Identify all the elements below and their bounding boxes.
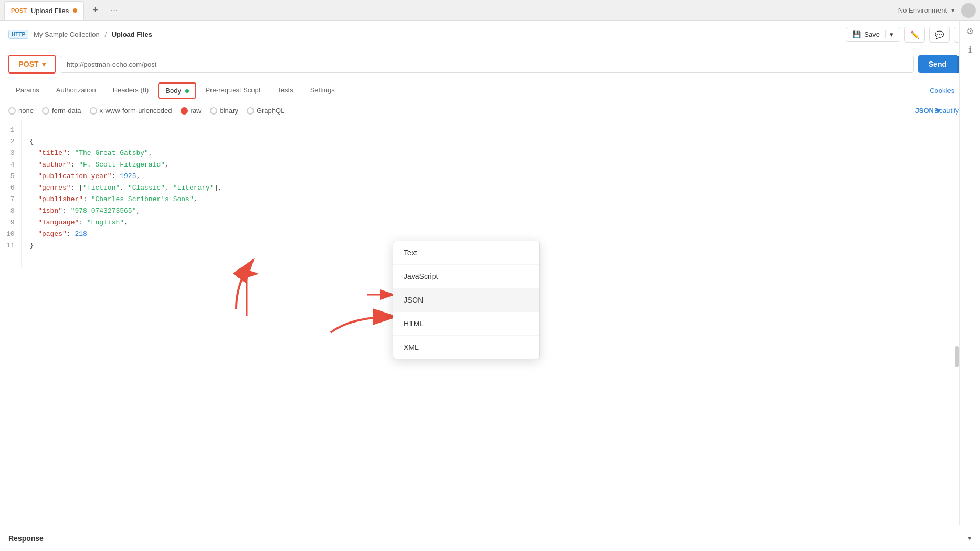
- body-active-dot: [185, 89, 189, 93]
- option-binary[interactable]: binary: [210, 107, 238, 115]
- method-button[interactable]: POST ▾: [8, 55, 56, 74]
- tab-actions: + ···: [88, 3, 122, 18]
- avatar[interactable]: [961, 3, 976, 18]
- cookies-link[interactable]: Cookies: [930, 87, 954, 95]
- scrollbar[interactable]: [955, 346, 959, 367]
- radio-none[interactable]: [8, 107, 16, 115]
- save-dropdown-chevron[interactable]: ▾: [885, 30, 893, 38]
- option-graphql[interactable]: GraphQL: [247, 107, 284, 115]
- environment-selector[interactable]: No Environment ▾: [898, 6, 955, 14]
- chevron-down-icon: ▾: [951, 6, 955, 14]
- option-binary-label: binary: [220, 107, 238, 115]
- save-button[interactable]: 💾 Save ▾: [846, 27, 900, 42]
- collection-name[interactable]: My Sample Collection: [34, 30, 100, 38]
- tab-body[interactable]: Body: [158, 82, 196, 99]
- radio-graphql[interactable]: [247, 107, 254, 115]
- header: HTTP My Sample Collection / Upload Files…: [0, 21, 980, 48]
- response-chevron-icon[interactable]: ▾: [968, 534, 972, 542]
- format-dropdown-menu: Text JavaScript JSON HTML XML: [393, 241, 540, 359]
- tab-bar: POST Upload Files + ··· No Environment ▾: [0, 0, 980, 21]
- tab-pre-request[interactable]: Pre-request Script: [198, 82, 268, 99]
- option-urlencoded[interactable]: x-www-form-urlencoded: [90, 107, 172, 115]
- response-label: Response: [8, 534, 44, 543]
- settings-icon[interactable]: ⚙: [966, 26, 974, 36]
- tab-authorization[interactable]: Authorization: [49, 82, 103, 99]
- comment-button[interactable]: 💬: [929, 27, 950, 43]
- edit-button[interactable]: ✏️: [904, 27, 925, 43]
- line-numbers: 12345 67891011: [0, 120, 22, 267]
- format-label: JSON: [915, 107, 934, 115]
- option-raw[interactable]: raw: [181, 107, 202, 115]
- option-none-label: none: [18, 107, 34, 115]
- option-graphql-label: GraphQL: [257, 107, 284, 115]
- response-bar[interactable]: Response ▾: [0, 525, 980, 551]
- option-urlencoded-label: x-www-form-urlencoded: [100, 107, 172, 115]
- arrow-to-json: [320, 301, 404, 345]
- dropdown-item-json[interactable]: JSON: [393, 288, 539, 312]
- option-form-data-label: form-data: [52, 107, 81, 115]
- dropdown-item-xml[interactable]: XML: [393, 336, 539, 359]
- option-none[interactable]: none: [8, 107, 34, 115]
- breadcrumb-separator: /: [104, 30, 107, 38]
- url-input[interactable]: [60, 56, 914, 73]
- radio-binary[interactable]: [210, 107, 217, 115]
- request-name: Upload Files: [112, 30, 152, 38]
- more-tabs-button[interactable]: ···: [107, 4, 122, 17]
- side-panel: ⚙ ℹ: [959, 21, 980, 525]
- save-icon: 💾: [852, 30, 861, 38]
- body-tab-label: Body: [165, 87, 181, 95]
- save-label: Save: [864, 30, 880, 38]
- option-raw-label: raw: [191, 107, 202, 115]
- method-label: POST: [18, 60, 38, 68]
- radio-urlencoded[interactable]: [90, 107, 97, 115]
- environment-label: No Environment: [898, 6, 947, 14]
- body-options: none form-data x-www-form-urlencoded raw…: [0, 101, 980, 120]
- add-tab-button[interactable]: +: [88, 3, 102, 18]
- dropdown-item-html[interactable]: HTML: [393, 312, 539, 336]
- method-chevron-icon: ▾: [42, 60, 46, 68]
- tab-settings[interactable]: Settings: [303, 82, 342, 99]
- method-badge: POST: [11, 7, 27, 14]
- option-form-data[interactable]: form-data: [42, 107, 81, 115]
- info-icon[interactable]: ℹ: [968, 45, 972, 55]
- tab-title: Upload Files: [31, 7, 69, 15]
- beautify-button[interactable]: Beautify: [934, 107, 959, 115]
- dropdown-item-javascript[interactable]: JavaScript: [393, 265, 539, 288]
- dropdown-item-text[interactable]: Text: [393, 241, 539, 265]
- tab-headers[interactable]: Headers (8): [106, 82, 156, 99]
- breadcrumb: My Sample Collection / Upload Files: [34, 30, 152, 38]
- request-bar: POST ▾ Send ▾: [0, 48, 980, 80]
- tab-tests[interactable]: Tests: [270, 82, 300, 99]
- radio-raw[interactable]: [181, 107, 188, 115]
- main-content: none form-data x-www-form-urlencoded raw…: [0, 101, 980, 267]
- request-tab[interactable]: POST Upload Files: [4, 1, 84, 20]
- tab-unsaved-dot: [73, 8, 77, 13]
- send-button[interactable]: Send: [918, 55, 957, 73]
- radio-form-data[interactable]: [42, 107, 49, 115]
- http-badge: HTTP: [8, 30, 28, 39]
- tab-params[interactable]: Params: [8, 82, 47, 99]
- request-tabs: Params Authorization Headers (8) Body Pr…: [0, 80, 980, 101]
- header-actions: 💾 Save ▾ ✏️ 💬 ⊞: [846, 27, 972, 43]
